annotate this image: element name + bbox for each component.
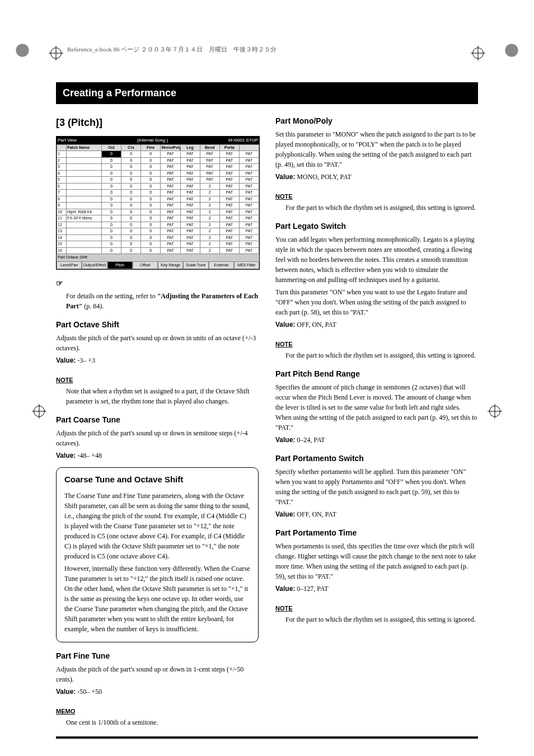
note-label: NOTE	[275, 604, 293, 613]
lcd-cell: 0	[121, 234, 141, 241]
lcd-cell: PAT	[161, 203, 180, 209]
callout-coarse-vs-octave: Coarse Tune and Octave Shift The Coarse …	[56, 467, 259, 642]
lcd-cell: PAT	[161, 170, 180, 177]
lcd-cell: 0	[141, 196, 161, 203]
value-bend: Value: 0–24, PAT	[275, 435, 478, 445]
memo-fine: One cent is 1/100th of a semitone.	[66, 717, 259, 727]
chapter-header: Creating a Performance	[56, 82, 478, 104]
lcd-cell: PAT	[219, 196, 239, 203]
lcd-cell: 0	[121, 170, 141, 177]
lcd-cell	[67, 234, 102, 241]
lcd-header-cell: Mono/Poly	[161, 144, 180, 151]
para-octave: Adjusts the pitch of the part's sound up…	[56, 333, 259, 353]
lcd-cell: PAT	[180, 177, 200, 184]
lcd-row: 11FX-SFX Menu000PATPAT2PATPAT	[57, 215, 259, 222]
lcd-row: 16000PATPAT2PATPAT	[57, 247, 259, 254]
lcd-cell: PAT	[239, 234, 259, 241]
callout-p1: The Coarse Tune and Fine Tune parameters…	[64, 491, 250, 561]
lcd-cell: 9	[57, 203, 67, 209]
lcd-row: 10HipH: R&B Kit000PATPAT2PATPAT	[57, 209, 259, 215]
lcd-cell: PAT	[200, 177, 219, 184]
para-fine: Adjusts the pitch of the part's sound up…	[56, 664, 259, 684]
lcd-tab: Offset	[133, 261, 158, 270]
lcd-cell: 0	[102, 203, 121, 209]
lcd-cell: PAT	[239, 183, 259, 190]
lcd-cell: PAT	[239, 151, 259, 158]
lcd-cell: 4	[57, 170, 67, 177]
memo-label: MEMO	[56, 707, 75, 716]
lcd-cell: PAT	[219, 183, 239, 190]
lcd-cell	[67, 228, 102, 235]
lcd-cell: PAT	[239, 177, 259, 184]
lcd-cell: 0	[102, 170, 121, 177]
lcd-cell	[67, 196, 102, 203]
lcd-cell: 0	[102, 209, 121, 215]
lcd-cell: PAT	[239, 164, 259, 171]
lcd-cell: 0	[121, 177, 141, 184]
lcd-cell: PAT	[161, 164, 180, 171]
lcd-footer: Part Octave Shift	[57, 254, 259, 261]
lcd-cell: PAT	[180, 228, 200, 235]
lcd-cell: 2	[200, 247, 219, 254]
lcd-cell: 0	[102, 196, 121, 203]
lcd-cell: 0	[102, 151, 121, 158]
lcd-cell: 3	[57, 164, 67, 171]
lcd-cell: PAT	[239, 247, 259, 254]
lcd-cell: 0	[121, 247, 141, 254]
lcd-cell: PAT	[239, 190, 259, 196]
lcd-row: 9000PATPAT2PATPAT	[57, 203, 259, 209]
lcd-cell: HipH: R&B Kit	[67, 209, 102, 215]
lcd-row: 8000PATPAT2PATPAT	[57, 196, 259, 203]
lcd-cell: 0	[141, 228, 161, 235]
lcd-cell	[67, 170, 102, 177]
lcd-cell: PAT	[200, 151, 219, 158]
lcd-cell: PAT	[239, 203, 259, 209]
lcd-row: 12000PATPAT2PATPAT	[57, 222, 259, 228]
note-porttime: For the part to which the rhythm set is …	[285, 614, 478, 624]
lcd-cell: 11	[57, 215, 67, 222]
registration-mark	[489, 406, 500, 417]
left-column: [3 (Pitch)] Part View (Internal Song ) M…	[56, 115, 259, 733]
heading-part-coarse-tune: Part Coarse Tune	[56, 414, 259, 426]
lcd-cell: 0	[141, 247, 161, 254]
lcd-cell: 0	[141, 170, 161, 177]
para-legato-2: Turn this parameter "ON" when you want t…	[275, 287, 478, 317]
lcd-tabs: Level/PanOutput/EffectPitchOffsetKey Ran…	[57, 261, 259, 270]
lcd-cell: 0	[102, 222, 121, 228]
value-octave: Value: -3– +3	[56, 355, 259, 365]
lcd-cell	[67, 164, 102, 171]
lcd-cell: PAT	[180, 170, 200, 177]
lcd-row: 1000PATPATPATPATPAT	[57, 151, 259, 158]
note-label: NOTE	[275, 340, 293, 349]
lcd-cell: 0	[121, 222, 141, 228]
lcd-cell: PAT	[161, 215, 180, 222]
lcd-cell: 5	[57, 177, 67, 184]
lcd-tab: Pitch	[107, 261, 133, 270]
lcd-cell: 0	[102, 228, 121, 235]
lcd-cell: 2	[200, 183, 219, 190]
lcd-cell: PAT	[180, 222, 200, 228]
lcd-cell: PAT	[180, 196, 200, 203]
lcd-cell: 0	[141, 177, 161, 184]
para-bend: Specifies the amount of pitch change in …	[275, 382, 478, 433]
lcd-cell: 2	[200, 190, 219, 196]
lcd-cell: PAT	[161, 209, 180, 215]
heading-part-legato-switch: Part Legato Switch	[275, 220, 478, 232]
callout-heading: Coarse Tune and Octave Shift	[64, 473, 250, 486]
lcd-cell: PAT	[161, 241, 180, 248]
lcd-cell: PAT	[161, 222, 180, 228]
para-mono: Set this parameter to "MONO" when the pa…	[275, 129, 478, 170]
lcd-cell: 0	[102, 234, 121, 241]
lcd-cell: 0	[141, 190, 161, 196]
lcd-cell: 0	[121, 196, 141, 203]
lcd-cell: PAT	[219, 151, 239, 158]
lcd-cell: PAT	[219, 177, 239, 184]
lcd-cell: 0	[121, 241, 141, 248]
lcd-cell: PAT	[219, 228, 239, 235]
lcd-cell: 0	[102, 241, 121, 248]
registration-mark	[472, 48, 484, 59]
lcd-row: 13000PATPAT2PATPAT	[57, 228, 259, 235]
lcd-cell: PAT	[219, 234, 239, 241]
lcd-cell: PAT	[200, 157, 219, 164]
note-octave: Note that when a rhythm set is assigned …	[66, 386, 259, 406]
